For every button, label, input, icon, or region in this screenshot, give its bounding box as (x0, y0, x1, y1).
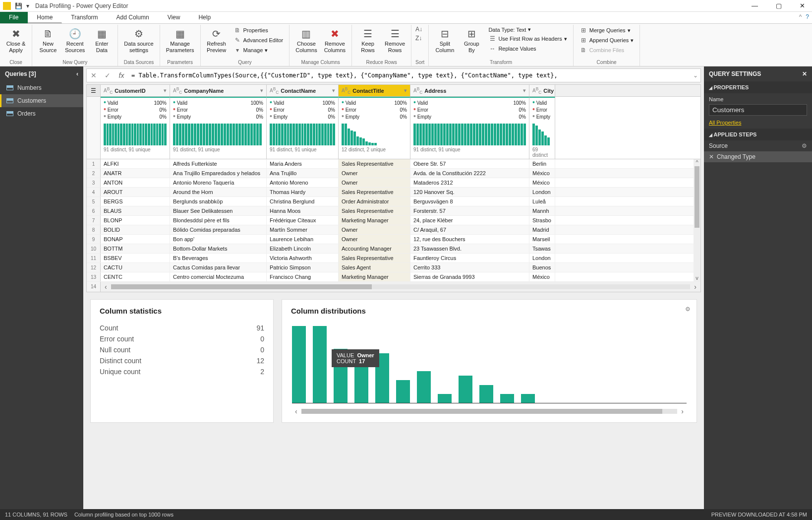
sort-desc-icon[interactable]: Z↓ (415, 35, 422, 42)
menu-view[interactable]: View (159, 12, 190, 23)
cell[interactable]: México (529, 272, 555, 281)
remove-rows-button[interactable]: ☰Remove Rows (383, 26, 407, 55)
table-row[interactable]: 9BONAPBon app'Laurence LebihanOwner12, r… (87, 235, 700, 244)
cell[interactable]: Sales Representative (339, 254, 410, 262)
manage-parameters-button[interactable]: ▦Manage Parameters (164, 26, 196, 55)
merge-queries-button[interactable]: ⊞Merge Queries ▾ (578, 26, 636, 35)
choose-columns-button[interactable]: ▥Choose Columns (293, 26, 319, 55)
cell[interactable]: Luleå (529, 197, 555, 206)
data-type-button[interactable]: Data Type: Text ▾ (486, 26, 569, 33)
cell[interactable]: Sales Representative (339, 188, 410, 196)
table-row[interactable]: 6BLAUSBlauer See DelikatessenHanna MoosS… (87, 206, 700, 216)
scroll-left-icon[interactable]: ‹ (101, 283, 111, 291)
applied-step-changed-type[interactable]: ✕ Changed Type (704, 151, 812, 162)
query-item-numbers[interactable]: Numbers (0, 81, 83, 94)
new-source-button[interactable]: 🗎New Source (36, 26, 60, 55)
cell[interactable]: ALFKI (101, 159, 170, 168)
cell[interactable]: 24, place Kléber (410, 216, 529, 225)
chevron-down-icon[interactable]: ▾ (330, 87, 335, 94)
scroll-left-icon[interactable]: ‹ (291, 407, 301, 415)
query-item-orders[interactable]: Orders (0, 107, 83, 120)
advanced-editor-button[interactable]: ✎Advanced Editor (232, 36, 286, 45)
dist-horizontal-scrollbar[interactable]: ‹ › (291, 407, 688, 415)
group-by-button[interactable]: ⊞Group By (460, 26, 483, 55)
menu-file[interactable]: File (0, 12, 28, 23)
append-queries-button[interactable]: ⊞Append Queries ▾ (578, 36, 636, 45)
cell[interactable]: Christina Berglund (267, 197, 339, 206)
cell[interactable]: London (529, 188, 555, 196)
refresh-preview-button[interactable]: ⟳Refresh Preview (205, 26, 229, 55)
cell[interactable]: Sales Representative (339, 206, 410, 215)
cell[interactable]: Berlin (529, 159, 555, 168)
split-column-button[interactable]: ⊟Split Column (433, 26, 457, 55)
remove-columns-button[interactable]: ✖Remove Columns (322, 26, 348, 55)
table-row[interactable]: 2ANATRAna Trujillo Emparedados y helados… (87, 169, 700, 178)
dist-bar[interactable] (396, 380, 410, 403)
chevron-down-icon[interactable]: ▾ (402, 87, 407, 94)
cell[interactable]: Blauer See Delikatessen (170, 206, 267, 215)
cell[interactable]: Centro comercial Moctezuma (170, 272, 267, 281)
cell[interactable]: BLONP (101, 216, 170, 225)
scroll-thumb[interactable] (111, 284, 372, 289)
cell[interactable]: 120 Hanover Sq. (410, 188, 529, 196)
cell[interactable]: Antonio Moreno (267, 178, 339, 187)
cell[interactable]: Marseil (529, 235, 555, 244)
enter-data-button[interactable]: ▦Enter Data (90, 26, 114, 55)
properties-button[interactable]: 🗎Properties (232, 26, 286, 35)
scroll-up-icon[interactable]: ^ (694, 159, 700, 166)
cell[interactable]: Strasbo (529, 216, 555, 225)
table-row[interactable]: 5BERGSBerglunds snabbköpChristina Berglu… (87, 197, 700, 206)
table-row[interactable]: 1ALFKIAlfreds FutterkisteMaria AndersSal… (87, 159, 700, 169)
chevron-up-icon[interactable]: ^ (799, 13, 802, 20)
qat-dropdown-icon[interactable]: ▾ (26, 2, 29, 9)
cell[interactable]: Obere Str. 57 (410, 159, 529, 168)
formula-accept-icon[interactable]: ✓ (101, 71, 115, 79)
close-icon[interactable]: ✕ (802, 70, 807, 77)
cell[interactable]: CENTC (101, 272, 170, 281)
dist-bar[interactable] (459, 376, 472, 403)
cell[interactable]: México (529, 169, 555, 178)
cell[interactable]: BLAUS (101, 206, 170, 215)
fx-icon[interactable]: fx (115, 71, 128, 79)
close-apply-button[interactable]: ✖ Close & Apply (4, 26, 28, 55)
scroll-right-icon[interactable]: › (690, 283, 700, 291)
cell[interactable]: Victoria Ashworth (267, 254, 339, 262)
maximize-icon[interactable]: ▢ (772, 1, 786, 10)
data-source-settings-button[interactable]: ⚙Data source settings (122, 26, 155, 55)
horizontal-scrollbar[interactable]: 14 ‹ › (87, 282, 700, 292)
chevron-left-icon[interactable]: ‹ (76, 70, 78, 77)
cell[interactable]: CACTU (101, 263, 170, 272)
chevron-down-icon[interactable]: ▾ (258, 87, 263, 94)
menu-transform[interactable]: Transform (62, 12, 107, 23)
dist-bar[interactable] (417, 371, 431, 403)
cell[interactable]: 23 Tsawassen Blvd. (410, 244, 529, 253)
all-properties-link[interactable]: All Properties (709, 120, 741, 126)
cell[interactable]: Thomas Hardy (267, 188, 339, 196)
formula-cancel-icon[interactable]: ✕ (87, 71, 101, 79)
sort-asc-icon[interactable]: A↓ (415, 26, 422, 33)
close-icon[interactable]: ✕ (796, 1, 809, 10)
table-row[interactable]: 12CACTUCactus Comidas para llevarPatrici… (87, 263, 700, 272)
applied-step-source[interactable]: Source ⚙ (704, 140, 812, 151)
cell[interactable]: Cactus Comidas para llevar (170, 263, 267, 272)
table-row[interactable]: 13CENTCCentro comercial MoctezumaFrancis… (87, 272, 700, 282)
menu-help[interactable]: Help (189, 12, 220, 23)
query-name-input[interactable] (709, 104, 807, 116)
cell[interactable]: Martín Sommer (267, 225, 339, 234)
save-icon[interactable]: 💾 (15, 2, 22, 9)
applied-steps-section-header[interactable]: APPLIED STEPS (704, 129, 812, 140)
cell[interactable]: BONAP (101, 235, 170, 244)
cell[interactable]: Patricio Simpson (267, 263, 339, 272)
cell[interactable]: Owner (339, 178, 410, 187)
combine-files-button[interactable]: 🗎Combine Files (578, 46, 636, 55)
cell[interactable]: Bottom-Dollar Markets (170, 244, 267, 253)
cell[interactable]: BOTTM (101, 244, 170, 253)
cell[interactable]: Blondesddsl père et fils (170, 216, 267, 225)
keep-rows-button[interactable]: ☰Keep Rows (356, 26, 380, 55)
dist-bar[interactable] (313, 326, 327, 403)
cell[interactable]: Owner (339, 169, 410, 178)
cell[interactable]: Elizabeth Lincoln (267, 244, 339, 253)
cell[interactable]: Berguvsvägen 8 (410, 197, 529, 206)
replace-values-button[interactable]: ↔Replace Values (486, 44, 569, 53)
table-row[interactable]: 4AROUTAround the HornThomas HardySales R… (87, 188, 700, 197)
